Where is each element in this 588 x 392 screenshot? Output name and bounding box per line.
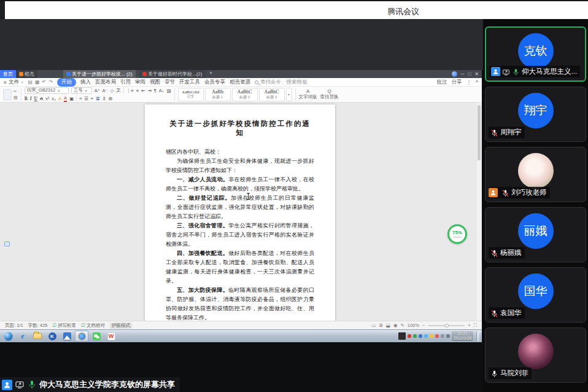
more-icon[interactable]: ⋮ bbox=[466, 79, 472, 85]
subscript-icon[interactable]: x₂ bbox=[52, 96, 56, 101]
collapse-ribbon-icon[interactable]: ^ bbox=[476, 79, 478, 85]
participant-tile[interactable]: 丽娥 杨丽娥 bbox=[485, 207, 586, 262]
align-right-icon[interactable]: ⫸ bbox=[91, 95, 93, 101]
style-heading3[interactable]: AaBbC 标题 3 bbox=[259, 88, 285, 101]
menu-tab-resources[interactable]: 稻壳资源 bbox=[230, 79, 250, 86]
edit-mode-icon[interactable]: ✎ bbox=[400, 323, 404, 328]
styles-more-button[interactable]: ▾ bbox=[286, 88, 292, 101]
justify-icon[interactable]: ≣ bbox=[96, 96, 99, 101]
spellcheck-toggle[interactable]: ☑ 拼写检查 bbox=[52, 323, 76, 329]
system-tray[interactable]: 20:21 2022/3/18 bbox=[398, 331, 481, 342]
strikethrough-icon[interactable]: A bbox=[40, 96, 43, 101]
participant-tile[interactable]: 国华 袁国华 bbox=[485, 267, 586, 323]
styles-gallery[interactable]: AaBbCcDd 正文 AaBb 标题 1 AaBbC 标题 2 AaBbC 标… bbox=[178, 88, 292, 101]
taskbar-wps[interactable]: W bbox=[104, 331, 118, 342]
cut-icon[interactable]: ✂ bbox=[14, 89, 18, 94]
font-size-select[interactable]: 三号▾ bbox=[71, 87, 92, 94]
ime-icon[interactable] bbox=[398, 332, 406, 340]
pinyin-icon[interactable]: 文 bbox=[116, 87, 121, 93]
taskbar-clock[interactable]: 20:21 2022/3/18 bbox=[452, 331, 473, 341]
menu-tab-home[interactable]: 开始 bbox=[57, 78, 76, 87]
start-button[interactable] bbox=[1, 331, 15, 342]
zoom-out-button[interactable]: − bbox=[422, 323, 425, 328]
align-center-icon[interactable]: ☰ bbox=[84, 96, 88, 101]
participant-tile[interactable]: 刘巧玫老师 bbox=[485, 147, 586, 202]
underline-button[interactable]: U bbox=[34, 96, 37, 101]
numbering-icon[interactable]: ≡ bbox=[136, 88, 139, 93]
document-scrollbar[interactable] bbox=[477, 103, 481, 321]
new-tab-button[interactable]: + bbox=[206, 70, 216, 78]
participant-tile[interactable]: 翔宇 周翔宇 bbox=[485, 87, 586, 142]
menu-tab-review[interactable]: 审阅 bbox=[135, 79, 145, 86]
file-menu[interactable]: ≡ 文件 ∨ bbox=[4, 79, 23, 86]
shrink-font-icon[interactable]: A⁻ bbox=[103, 88, 108, 93]
proofing-toggle[interactable]: ☑ 文档校对 bbox=[81, 323, 105, 329]
highlight-icon[interactable]: A bbox=[58, 96, 61, 101]
web-view-icon[interactable]: ⬓ bbox=[386, 323, 390, 328]
font-color-icon[interactable]: A bbox=[64, 95, 67, 102]
page-view-icon[interactable]: ▭ bbox=[371, 323, 376, 328]
window-close-button[interactable]: ✕ bbox=[474, 71, 479, 77]
format-painter-icon[interactable]: ▧ bbox=[14, 95, 18, 100]
menu-tab-page-layout[interactable]: 页面布局 bbox=[95, 79, 116, 86]
style-heading1[interactable]: AaBb 标题 1 bbox=[205, 88, 231, 101]
menu-tab-references[interactable]: 引用 bbox=[120, 79, 131, 86]
word-count[interactable]: 字数: 425 bbox=[28, 323, 48, 329]
window-maximize-button[interactable]: □ bbox=[468, 71, 471, 77]
indent-icon[interactable]: ⇥ bbox=[147, 88, 151, 93]
font-name-select[interactable]: 仿宋_GB2312▾ bbox=[25, 87, 69, 94]
zoom-slider[interactable] bbox=[428, 325, 465, 326]
taskbar-wechat[interactable] bbox=[90, 331, 103, 342]
text-tools-button[interactable]: A 文字排版 bbox=[299, 89, 317, 100]
shading-icon[interactable]: ▨ bbox=[167, 88, 171, 93]
borders-icon[interactable]: ⊞ bbox=[109, 96, 112, 101]
superscript-icon[interactable]: x² bbox=[45, 96, 49, 101]
taskbar-ie[interactable]: e bbox=[16, 331, 29, 342]
progress-ring-badge[interactable]: 75% bbox=[447, 224, 467, 244]
tray-icon[interactable] bbox=[424, 334, 428, 338]
redo-icon[interactable]: ↷ bbox=[48, 79, 53, 85]
menu-tab-section[interactable]: 章节 bbox=[164, 79, 175, 86]
window-minimize-button[interactable]: ─ bbox=[461, 71, 465, 77]
wps-doc-tab-active[interactable]: 关于进一步抓好学校疫... (2)(1)(7) bbox=[63, 70, 136, 78]
paste-button[interactable] bbox=[3, 89, 12, 100]
style-heading2[interactable]: AaBbC 标题 2 bbox=[232, 88, 258, 101]
clear-format-icon[interactable]: ◇ bbox=[110, 88, 114, 93]
wps-shell-tab[interactable]: 稻壳 bbox=[16, 70, 37, 78]
comment-button[interactable]: 批注 bbox=[437, 79, 447, 86]
taskbar-meeting-active[interactable] bbox=[75, 331, 88, 342]
outline-view-icon[interactable]: ≣ bbox=[379, 323, 383, 328]
sort-icon[interactable]: A↓ bbox=[159, 88, 164, 93]
print-icon[interactable]: ▦ bbox=[35, 79, 40, 85]
undo-icon[interactable]: ↶ bbox=[42, 79, 47, 85]
volume-icon[interactable] bbox=[441, 334, 444, 338]
quick-access-icons[interactable]: ▤ ▦ ↶ ↷ bbox=[28, 79, 53, 85]
wps-pdf-tab[interactable]: 关于做好新时代学校...(2).pdf bbox=[139, 70, 206, 78]
style-normal[interactable]: AaBbCcDd 正文 bbox=[178, 88, 204, 101]
read-mode-icon[interactable]: ◉ bbox=[393, 323, 398, 328]
document-page[interactable]: 关于进一步抓好学校疫情防控工作的通知 辖区内各中职、高校： 为确保师生员工生命安… bbox=[145, 104, 335, 321]
taskbar-explorer[interactable] bbox=[31, 331, 44, 342]
tray-icon[interactable] bbox=[413, 334, 417, 338]
save-icon[interactable]: ▤ bbox=[28, 79, 33, 85]
participant-tile[interactable]: 克钦 仰大马克思主义... bbox=[485, 26, 586, 82]
grow-font-icon[interactable]: A⁺ bbox=[95, 88, 100, 93]
eye-mode-toggle[interactable]: 护眼模式 bbox=[110, 323, 132, 329]
wps-home-tab[interactable]: 首页 bbox=[0, 70, 16, 78]
zoom-level[interactable]: 100% bbox=[408, 323, 419, 328]
menu-tab-member[interactable]: 会员专享 bbox=[204, 79, 225, 86]
zoom-slider-knob[interactable] bbox=[445, 324, 449, 327]
show-desktop-button[interactable] bbox=[476, 331, 479, 342]
comment-marker-icon[interactable] bbox=[4, 241, 10, 246]
bullets-icon[interactable]: ⋮≡ bbox=[126, 88, 134, 93]
wrap-icon[interactable]: ¶ bbox=[154, 88, 157, 93]
picture-icon[interactable]: ▣ bbox=[69, 96, 74, 101]
align-left-icon[interactable]: ⫷ bbox=[79, 95, 82, 101]
zoom-in-button[interactable]: + bbox=[468, 323, 470, 328]
qq-icon[interactable] bbox=[435, 334, 439, 338]
tray-icon[interactable] bbox=[419, 334, 422, 338]
wps-account-avatar[interactable] bbox=[452, 71, 457, 77]
taskbar-k-app[interactable]: K bbox=[45, 331, 59, 342]
share-button[interactable]: 分享 bbox=[452, 79, 462, 86]
tray-icon[interactable] bbox=[430, 334, 433, 338]
